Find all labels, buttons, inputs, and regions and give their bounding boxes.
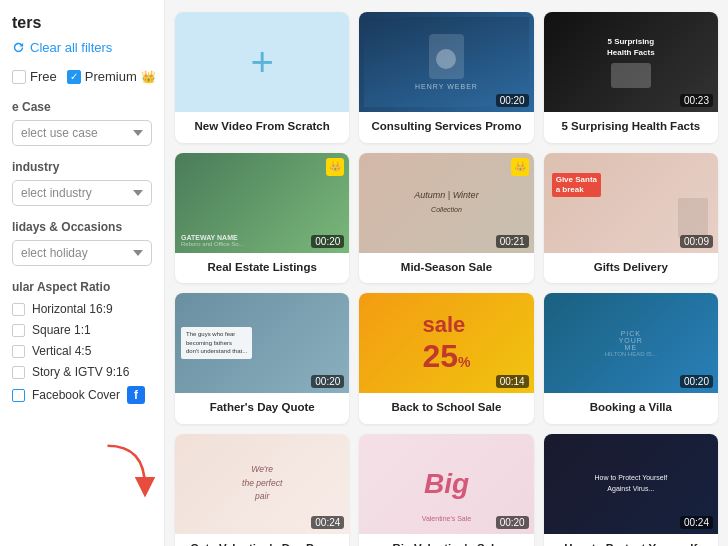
duration-valentine-cute: 00:24 xyxy=(311,516,344,529)
video-card-fathersday[interactable]: The guys who fearbecoming fathersdon't u… xyxy=(175,293,349,424)
big-text: Big xyxy=(424,468,469,500)
video-title-consulting: Consulting Services Promo xyxy=(359,112,533,143)
aspect-story-label: Story & IGTV 9:16 xyxy=(32,365,129,379)
aspect-h16-checkbox[interactable] xyxy=(12,303,25,316)
video-thumb-valentine-cute: We'rethe perfectpair 00:24 xyxy=(175,434,349,534)
video-title-midseason: Mid-Season Sale xyxy=(359,253,533,284)
video-card-realestate[interactable]: GATEWAY NAME Reboro and Office So... 👑 0… xyxy=(175,153,349,284)
main-content: + New Video From Scratch HENRY WEBER 00:… xyxy=(165,0,728,546)
video-title-health: 5 Surprising Health Facts xyxy=(544,112,718,143)
price-filter-row: Free Premium 👑 xyxy=(12,69,152,84)
video-title-gifts: Gifts Delivery xyxy=(544,253,718,284)
holidays-filter: lidays & Occasions elect holiday xyxy=(12,220,152,266)
video-title-fathersday: Father's Day Quote xyxy=(175,393,349,424)
video-card-scratch[interactable]: + New Video From Scratch xyxy=(175,12,349,143)
premium-option[interactable]: Premium 👑 xyxy=(67,69,156,84)
refresh-icon xyxy=(12,41,25,54)
video-card-gifts[interactable]: Give Santaa break 00:09 Gifts Delivery xyxy=(544,153,718,284)
industry-filter: industry elect industry xyxy=(12,160,152,206)
aspect-ratio-filter: ular Aspect Ratio Horizontal 16:9 Square… xyxy=(12,280,152,404)
video-title-valentine-big: Big Valentine's Sale xyxy=(359,534,533,546)
aspect-v4-checkbox[interactable] xyxy=(12,345,25,358)
video-thumb-valentine-big: Big Valentine's Sale 00:20 xyxy=(359,434,533,534)
clear-filters-label: Clear all filters xyxy=(30,40,112,55)
aspect-v4-option[interactable]: Vertical 4:5 xyxy=(12,344,152,358)
duration-villa: 00:20 xyxy=(680,375,713,388)
video-thumb-health: 5 SurprisingHealth Facts 00:23 xyxy=(544,12,718,112)
sale-text: sale25% xyxy=(422,312,470,375)
video-card-health[interactable]: 5 SurprisingHealth Facts 00:23 5 Surpris… xyxy=(544,12,718,143)
industry-label: industry xyxy=(12,160,152,174)
video-card-consulting[interactable]: HENRY WEBER 00:20 Consulting Services Pr… xyxy=(359,12,533,143)
aspect-s1-option[interactable]: Square 1:1 xyxy=(12,323,152,337)
duration-virus: 00:24 xyxy=(680,516,713,529)
crown-realestate: 👑 xyxy=(326,158,344,176)
video-thumb-consulting: HENRY WEBER 00:20 xyxy=(359,12,533,112)
red-arrow-icon xyxy=(100,442,160,502)
free-option[interactable]: Free xyxy=(12,69,57,84)
video-thumb-villa: PICKYOURME HILTON HEAD IS... 00:20 xyxy=(544,293,718,393)
holidays-select[interactable]: elect holiday xyxy=(12,240,152,266)
clear-filters-button[interactable]: Clear all filters xyxy=(12,40,152,55)
video-grid: + New Video From Scratch HENRY WEBER 00:… xyxy=(175,12,718,546)
video-card-valentine-cute[interactable]: We'rethe perfectpair 00:24 Cute Valentin… xyxy=(175,434,349,546)
sidebar: ters Clear all filters Free Premium 👑 e … xyxy=(0,0,165,546)
aspect-h16-label: Horizontal 16:9 xyxy=(32,302,113,316)
give-santa-badge: Give Santaa break xyxy=(552,173,601,198)
premium-checkbox[interactable] xyxy=(67,70,81,84)
plus-icon: + xyxy=(250,42,273,82)
video-title-realestate: Real Estate Listings xyxy=(175,253,349,284)
duration-gifts: 00:09 xyxy=(680,235,713,248)
video-title-villa: Booking a Villa xyxy=(544,393,718,424)
arrow-annotation xyxy=(100,442,160,506)
duration-health: 00:23 xyxy=(680,94,713,107)
holidays-label: lidays & Occasions xyxy=(12,220,152,234)
facebook-icon: f xyxy=(127,386,145,404)
duration-fathersday: 00:20 xyxy=(311,375,344,388)
aspect-h16-option[interactable]: Horizontal 16:9 xyxy=(12,302,152,316)
crown-midseason: 👑 xyxy=(511,158,529,176)
video-thumb-virus: How to Protect YourselfAgainst Virus... … xyxy=(544,434,718,534)
video-thumb-backtoschool: sale25% 00:14 xyxy=(359,293,533,393)
video-thumb-scratch: + xyxy=(175,12,349,112)
video-card-valentine-big[interactable]: Big Valentine's Sale 00:20 Big Valentine… xyxy=(359,434,533,546)
aspect-s1-checkbox[interactable] xyxy=(12,324,25,337)
video-thumb-midseason: Autumn | WinterCollection 👑 00:21 xyxy=(359,153,533,253)
video-title-virus: How to Protect Your-self Against Viruses xyxy=(544,534,718,546)
video-title-scratch: New Video From Scratch xyxy=(175,112,349,143)
duration-midseason: 00:21 xyxy=(496,235,529,248)
video-thumb-gifts: Give Santaa break 00:09 xyxy=(544,153,718,253)
aspect-story-checkbox[interactable] xyxy=(12,366,25,379)
aspect-fb-checkbox[interactable] xyxy=(12,389,25,402)
duration-consulting: 00:20 xyxy=(496,94,529,107)
aspect-story-option[interactable]: Story & IGTV 9:16 xyxy=(12,365,152,379)
aspect-fb-option[interactable]: Facebook Cover f xyxy=(12,386,152,404)
use-case-filter: e Case elect use case xyxy=(12,100,152,146)
video-title-backtoschool: Back to School Sale xyxy=(359,393,533,424)
crown-icon: 👑 xyxy=(141,70,156,84)
sidebar-title: ters xyxy=(12,14,152,32)
duration-backtoschool: 00:14 xyxy=(496,375,529,388)
video-thumb-realestate: GATEWAY NAME Reboro and Office So... 👑 0… xyxy=(175,153,349,253)
aspect-s1-label: Square 1:1 xyxy=(32,323,91,337)
video-card-midseason[interactable]: Autumn | WinterCollection 👑 00:21 Mid-Se… xyxy=(359,153,533,284)
use-case-label: e Case xyxy=(12,100,152,114)
video-card-villa[interactable]: PICKYOURME HILTON HEAD IS... 00:20 Booki… xyxy=(544,293,718,424)
video-thumb-fathersday: The guys who fearbecoming fathersdon't u… xyxy=(175,293,349,393)
video-card-backtoschool[interactable]: sale25% 00:14 Back to School Sale xyxy=(359,293,533,424)
industry-select[interactable]: elect industry xyxy=(12,180,152,206)
video-card-virus[interactable]: How to Protect YourselfAgainst Virus... … xyxy=(544,434,718,546)
premium-label: Premium xyxy=(85,69,137,84)
aspect-ratio-label: ular Aspect Ratio xyxy=(12,280,152,294)
video-title-valentine-cute: Cute Valentine's Day Puns xyxy=(175,534,349,546)
aspect-v4-label: Vertical 4:5 xyxy=(32,344,91,358)
duration-realestate: 00:20 xyxy=(311,235,344,248)
free-checkbox[interactable] xyxy=(12,70,26,84)
use-case-select[interactable]: elect use case xyxy=(12,120,152,146)
free-label: Free xyxy=(30,69,57,84)
duration-valentine-big: 00:20 xyxy=(496,516,529,529)
aspect-fb-label: Facebook Cover xyxy=(32,388,120,402)
